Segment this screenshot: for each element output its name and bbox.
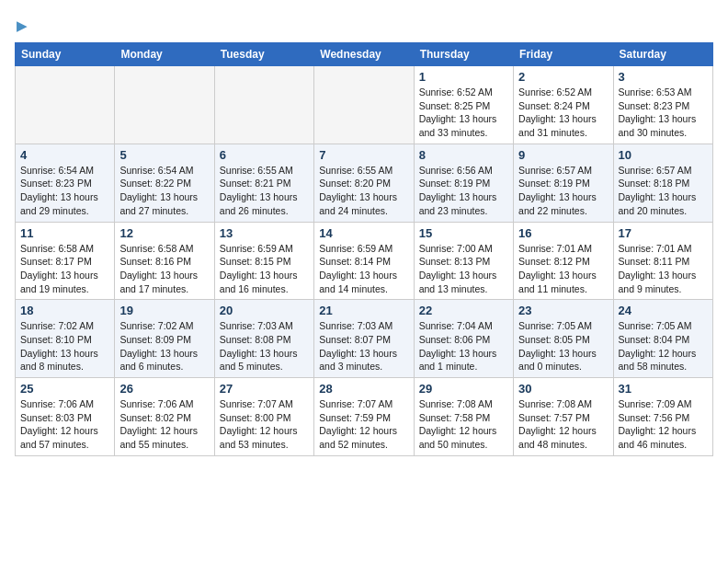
day-number: 3 — [619, 70, 708, 84]
day-number: 21 — [319, 304, 408, 317]
calendar-day-cell: 13Sunrise: 6:59 AM Sunset: 8:15 PM Dayli… — [214, 222, 313, 300]
day-number: 11 — [20, 226, 109, 240]
day-info: Sunrise: 6:55 AM Sunset: 8:21 PM Dayligh… — [220, 164, 309, 218]
day-number: 29 — [419, 382, 508, 396]
day-number: 6 — [220, 148, 309, 162]
day-info: Sunrise: 7:07 AM Sunset: 7:59 PM Dayligh… — [319, 397, 408, 452]
day-number: 24 — [619, 304, 708, 317]
calendar-day-cell: 2Sunrise: 6:52 AM Sunset: 8:24 PM Daylig… — [514, 66, 613, 144]
calendar-day-cell — [314, 66, 414, 144]
calendar-day-cell: 3Sunrise: 6:53 AM Sunset: 8:23 PM Daylig… — [613, 66, 712, 144]
calendar-day-cell: 10Sunrise: 6:57 AM Sunset: 8:18 PM Dayli… — [613, 144, 712, 222]
day-info: Sunrise: 6:56 AM Sunset: 8:19 PM Dayligh… — [419, 164, 508, 218]
day-info: Sunrise: 6:58 AM Sunset: 8:17 PM Dayligh… — [20, 242, 109, 296]
day-info: Sunrise: 7:08 AM Sunset: 7:57 PM Dayligh… — [518, 397, 608, 452]
calendar-day-cell: 18Sunrise: 7:02 AM Sunset: 8:10 PM Dayli… — [16, 300, 115, 378]
day-info: Sunrise: 7:09 AM Sunset: 7:56 PM Dayligh… — [619, 397, 708, 452]
calendar-day-cell: 29Sunrise: 7:08 AM Sunset: 7:58 PM Dayli… — [414, 378, 513, 456]
calendar-table: SundayMondayTuesdayWednesdayThursdayFrid… — [15, 42, 713, 456]
calendar-day-cell: 25Sunrise: 7:06 AM Sunset: 8:03 PM Dayli… — [16, 378, 115, 456]
calendar-day-cell: 22Sunrise: 7:04 AM Sunset: 8:06 PM Dayli… — [414, 300, 513, 378]
calendar-day-cell: 20Sunrise: 7:03 AM Sunset: 8:08 PM Dayli… — [214, 300, 313, 378]
weekday-header-monday: Monday — [115, 43, 214, 66]
calendar-day-cell — [214, 66, 313, 144]
day-info: Sunrise: 6:59 AM Sunset: 8:14 PM Dayligh… — [319, 242, 408, 296]
logo: ▶ — [15, 15, 27, 35]
calendar-day-cell: 11Sunrise: 6:58 AM Sunset: 8:17 PM Dayli… — [16, 222, 115, 300]
weekday-header-saturday: Saturday — [613, 43, 712, 66]
calendar-day-cell: 14Sunrise: 6:59 AM Sunset: 8:14 PM Dayli… — [314, 222, 414, 300]
calendar-day-cell — [16, 66, 115, 144]
day-number: 15 — [419, 226, 508, 240]
day-number: 8 — [419, 148, 508, 162]
day-info: Sunrise: 7:04 AM Sunset: 8:06 PM Dayligh… — [419, 319, 508, 373]
day-number: 1 — [419, 70, 508, 84]
calendar-day-cell: 27Sunrise: 7:07 AM Sunset: 8:00 PM Dayli… — [214, 378, 313, 456]
calendar-day-cell: 23Sunrise: 7:05 AM Sunset: 8:05 PM Dayli… — [514, 300, 613, 378]
day-info: Sunrise: 6:57 AM Sunset: 8:18 PM Dayligh… — [619, 164, 708, 218]
day-info: Sunrise: 7:07 AM Sunset: 8:00 PM Dayligh… — [220, 397, 309, 452]
calendar-day-cell: 26Sunrise: 7:06 AM Sunset: 8:02 PM Dayli… — [115, 378, 214, 456]
calendar-day-cell: 1Sunrise: 6:52 AM Sunset: 8:25 PM Daylig… — [414, 66, 513, 144]
day-info: Sunrise: 7:00 AM Sunset: 8:13 PM Dayligh… — [419, 242, 508, 296]
weekday-header-row: SundayMondayTuesdayWednesdayThursdayFrid… — [16, 43, 713, 66]
calendar-day-cell: 21Sunrise: 7:03 AM Sunset: 8:07 PM Dayli… — [314, 300, 414, 378]
weekday-header-wednesday: Wednesday — [314, 43, 414, 66]
day-number: 13 — [220, 226, 309, 240]
day-info: Sunrise: 6:54 AM Sunset: 8:22 PM Dayligh… — [119, 164, 209, 218]
day-number: 10 — [619, 148, 708, 162]
day-number: 18 — [20, 304, 109, 317]
calendar-day-cell: 15Sunrise: 7:00 AM Sunset: 8:13 PM Dayli… — [414, 222, 513, 300]
day-info: Sunrise: 6:58 AM Sunset: 8:16 PM Dayligh… — [119, 242, 209, 296]
day-info: Sunrise: 7:06 AM Sunset: 8:02 PM Dayligh… — [119, 397, 209, 452]
calendar-day-cell: 5Sunrise: 6:54 AM Sunset: 8:22 PM Daylig… — [115, 144, 214, 222]
day-number: 26 — [119, 382, 209, 396]
day-number: 27 — [220, 382, 309, 396]
day-number: 30 — [518, 382, 608, 396]
day-number: 5 — [119, 148, 209, 162]
day-info: Sunrise: 6:54 AM Sunset: 8:23 PM Dayligh… — [20, 164, 109, 218]
day-info: Sunrise: 6:52 AM Sunset: 8:25 PM Dayligh… — [419, 86, 508, 140]
day-info: Sunrise: 7:02 AM Sunset: 8:10 PM Dayligh… — [20, 319, 109, 373]
day-info: Sunrise: 7:08 AM Sunset: 7:58 PM Dayligh… — [419, 397, 508, 452]
calendar-day-cell: 7Sunrise: 6:55 AM Sunset: 8:20 PM Daylig… — [314, 144, 414, 222]
page-header: ▶ — [15, 15, 713, 35]
day-number: 7 — [319, 148, 408, 162]
day-number: 23 — [518, 304, 608, 317]
calendar-day-cell: 8Sunrise: 6:56 AM Sunset: 8:19 PM Daylig… — [414, 144, 513, 222]
logo-bird-icon: ▶ — [17, 18, 27, 33]
calendar-day-cell: 30Sunrise: 7:08 AM Sunset: 7:57 PM Dayli… — [514, 378, 613, 456]
calendar-day-cell: 12Sunrise: 6:58 AM Sunset: 8:16 PM Dayli… — [115, 222, 214, 300]
day-number: 20 — [220, 304, 309, 317]
day-info: Sunrise: 6:57 AM Sunset: 8:19 PM Dayligh… — [518, 164, 608, 218]
weekday-header-tuesday: Tuesday — [214, 43, 313, 66]
calendar-week-row: 18Sunrise: 7:02 AM Sunset: 8:10 PM Dayli… — [16, 300, 713, 378]
calendar-day-cell: 4Sunrise: 6:54 AM Sunset: 8:23 PM Daylig… — [16, 144, 115, 222]
day-number: 25 — [20, 382, 109, 396]
logo-text: ▶ — [15, 15, 27, 35]
day-info: Sunrise: 7:06 AM Sunset: 8:03 PM Dayligh… — [20, 397, 109, 452]
day-info: Sunrise: 7:03 AM Sunset: 8:08 PM Dayligh… — [220, 319, 309, 373]
weekday-header-sunday: Sunday — [16, 43, 115, 66]
day-info: Sunrise: 7:02 AM Sunset: 8:09 PM Dayligh… — [119, 319, 209, 373]
day-info: Sunrise: 6:59 AM Sunset: 8:15 PM Dayligh… — [220, 242, 309, 296]
calendar-week-row: 25Sunrise: 7:06 AM Sunset: 8:03 PM Dayli… — [16, 378, 713, 456]
day-info: Sunrise: 7:01 AM Sunset: 8:12 PM Dayligh… — [518, 242, 608, 296]
calendar-day-cell: 19Sunrise: 7:02 AM Sunset: 8:09 PM Dayli… — [115, 300, 214, 378]
calendar-week-row: 4Sunrise: 6:54 AM Sunset: 8:23 PM Daylig… — [16, 144, 713, 222]
calendar-day-cell: 9Sunrise: 6:57 AM Sunset: 8:19 PM Daylig… — [514, 144, 613, 222]
day-number: 31 — [619, 382, 708, 396]
day-number: 4 — [20, 148, 109, 162]
calendar-week-row: 11Sunrise: 6:58 AM Sunset: 8:17 PM Dayli… — [16, 222, 713, 300]
calendar-day-cell: 16Sunrise: 7:01 AM Sunset: 8:12 PM Dayli… — [514, 222, 613, 300]
day-number: 9 — [518, 148, 608, 162]
day-number: 17 — [619, 226, 708, 240]
calendar-day-cell: 6Sunrise: 6:55 AM Sunset: 8:21 PM Daylig… — [214, 144, 313, 222]
day-info: Sunrise: 6:52 AM Sunset: 8:24 PM Dayligh… — [518, 86, 608, 140]
day-number: 22 — [419, 304, 508, 317]
day-number: 16 — [518, 226, 608, 240]
day-info: Sunrise: 7:05 AM Sunset: 8:05 PM Dayligh… — [518, 319, 608, 373]
day-info: Sunrise: 7:05 AM Sunset: 8:04 PM Dayligh… — [619, 319, 708, 373]
day-number: 19 — [119, 304, 209, 317]
calendar-week-row: 1Sunrise: 6:52 AM Sunset: 8:25 PM Daylig… — [16, 66, 713, 144]
